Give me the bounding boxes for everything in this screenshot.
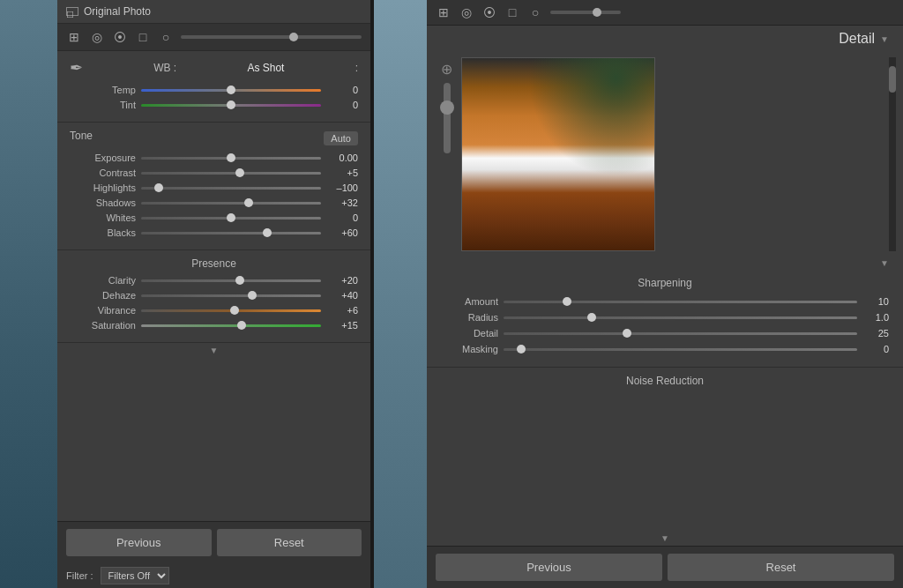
preview-image-content (462, 58, 654, 250)
right-expand-arrow[interactable]: ▼ (427, 531, 903, 546)
shadows-label: Shadows (70, 197, 136, 208)
dehaze-thumb (248, 291, 257, 300)
auto-button[interactable]: Auto (324, 131, 358, 145)
blacks-track[interactable] (141, 232, 321, 234)
contrast-thumb (235, 168, 244, 177)
detail-expand-icon[interactable]: ▼ (880, 34, 889, 44)
contrast-label: Contrast (70, 167, 136, 178)
amount-track[interactable] (504, 301, 857, 303)
contrast-row: Contrast +5 (70, 167, 358, 178)
dehaze-row: Dehaze +40 (70, 290, 358, 301)
left-reset-button[interactable]: Reset (217, 529, 362, 556)
clarity-value: +20 (326, 275, 358, 286)
preview-scrollbar-thumb[interactable] (889, 66, 896, 93)
right-square-icon[interactable]: □ (504, 4, 520, 20)
noise-reduction-title: Noise Reduction (427, 367, 903, 391)
detail-track[interactable] (504, 332, 857, 335)
right-circle-icon[interactable]: ◎ (459, 4, 474, 20)
panel-collapse-icon[interactable]: □ (66, 7, 78, 16)
circle-icon[interactable]: ◎ (89, 29, 105, 45)
exposure-thumb (227, 153, 235, 162)
vibrance-row: Vibrance +6 (70, 305, 358, 316)
masking-track[interactable] (504, 348, 857, 351)
highlights-row: Highlights –100 (70, 182, 358, 193)
panel-header: □ Original Photo (57, 0, 370, 24)
wb-label: WB : (153, 62, 176, 74)
temp-value: 0 (326, 85, 358, 95)
detail-arrow-down[interactable]: ▼ (427, 257, 903, 270)
contrast-track[interactable] (141, 172, 321, 175)
clarity-track[interactable] (141, 279, 321, 282)
temp-track[interactable] (141, 89, 321, 92)
spacer (427, 391, 903, 531)
saturation-label: Saturation (70, 320, 136, 331)
radius-thumb (587, 313, 596, 322)
expand-arrow-bottom[interactable]: ▼ (57, 343, 370, 358)
saturation-value: +15 (326, 320, 358, 331)
right-reset-button[interactable]: Reset (668, 554, 894, 581)
clarity-row: Clarity +20 (70, 275, 358, 286)
tint-value: 0 (326, 100, 358, 110)
dehaze-value: +40 (326, 290, 358, 301)
crop-icon[interactable]: ⊕ (441, 61, 452, 78)
eyedropper-icon[interactable]: ✒ (70, 58, 83, 78)
amount-thumb (563, 297, 571, 306)
right-grid-icon[interactable]: ⊞ (436, 4, 452, 20)
right-oval-icon[interactable]: ○ (527, 4, 543, 20)
shadows-track[interactable] (141, 202, 321, 205)
exposure-row: Exposure 0.00 (70, 153, 358, 163)
right-previous-button[interactable]: Previous (436, 554, 662, 581)
masking-thumb (517, 345, 526, 354)
preview-scroll-thumb[interactable] (440, 100, 454, 115)
tone-title: Tone (70, 130, 93, 142)
whites-track[interactable] (141, 217, 321, 220)
exposure-track[interactable] (141, 157, 321, 160)
presence-title: Presence (70, 257, 358, 270)
right-toolbar: ⊞ ◎ ⦿ □ ○ (427, 0, 903, 26)
filter-select[interactable]: Filters Off (101, 567, 169, 584)
blacks-label: Blacks (70, 227, 136, 238)
detail-label: Detail (441, 328, 498, 339)
dehaze-track[interactable] (141, 294, 321, 297)
blacks-thumb (263, 228, 272, 237)
oval-icon[interactable]: ○ (158, 29, 174, 45)
left-previous-button[interactable]: Previous (66, 529, 212, 556)
temp-label: Temp (70, 85, 136, 95)
right-footer: Previous Reset (427, 546, 903, 588)
tint-slider-row: Tint 0 (70, 100, 358, 110)
highlights-label: Highlights (70, 182, 136, 193)
preview-image (461, 57, 655, 251)
radius-value: 1.0 (862, 312, 889, 323)
dehaze-label: Dehaze (70, 290, 136, 301)
detail-title: Detail (839, 31, 875, 47)
dot-circle-icon[interactable]: ⦿ (112, 29, 128, 45)
wb-value: As Shot (247, 62, 284, 74)
toolbar-slider[interactable] (181, 35, 362, 39)
sharpening-title: Sharpening (441, 277, 889, 289)
square-icon[interactable]: □ (135, 29, 151, 45)
right-dot-icon[interactable]: ⦿ (481, 4, 497, 20)
amount-row: Amount 10 (441, 296, 889, 307)
left-panel: □ Original Photo ⊞ ◎ ⦿ □ ○ ✒ WB : As Sho… (0, 0, 370, 588)
filter-label: Filter : (66, 570, 93, 581)
clarity-label: Clarity (70, 275, 136, 286)
blacks-value: +60 (326, 227, 358, 238)
highlights-track[interactable] (141, 187, 321, 190)
highlights-value: –100 (326, 182, 358, 193)
masking-row: Masking 0 (441, 344, 889, 354)
contrast-value: +5 (326, 167, 358, 178)
masking-label: Masking (441, 344, 498, 354)
panel-body: ✒ WB : As Shot : Temp 0 Tint (57, 51, 370, 521)
preview-area: ⊕ (427, 52, 903, 257)
toolbar-row: ⊞ ◎ ⦿ □ ○ (57, 24, 370, 51)
detail-thumb (623, 329, 631, 338)
radius-track[interactable] (504, 316, 857, 319)
toolbar-slider-thumb (289, 33, 298, 41)
tint-track[interactable] (141, 104, 321, 107)
radius-label: Radius (441, 312, 498, 323)
grid-icon[interactable]: ⊞ (66, 29, 82, 45)
highlights-thumb (154, 183, 163, 192)
tone-header: Tone Auto (70, 130, 358, 147)
vibrance-track[interactable] (141, 309, 321, 312)
saturation-track[interactable] (141, 324, 321, 327)
